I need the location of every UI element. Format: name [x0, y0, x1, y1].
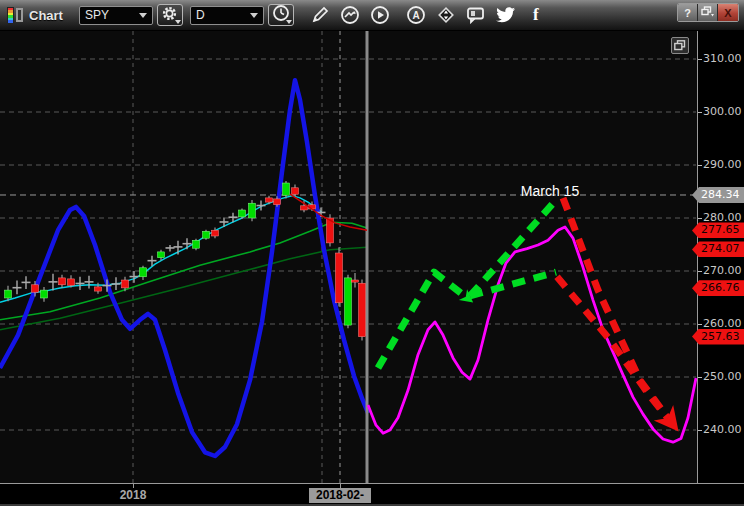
close-button[interactable]: X: [718, 4, 738, 21]
y-axis-tick: [698, 377, 702, 378]
price-tag: 274.07: [692, 241, 744, 257]
trend-arrow-icon: [340, 5, 360, 25]
magenta-forecast: [368, 227, 696, 442]
price-tag: 266.76: [692, 280, 744, 296]
y-axis-tick: [698, 271, 702, 272]
date-axis[interactable]: 20182018-02-05: [0, 483, 744, 506]
trend-tool-button[interactable]: [338, 4, 362, 26]
app-icon: [7, 7, 23, 24]
y-axis-label: 260.00: [703, 317, 742, 330]
text-tool-button[interactable]: A: [404, 4, 428, 26]
chart-area: March 15 310.00300.00290.00280.00270.002…: [0, 31, 744, 483]
y-axis-tick: [698, 59, 702, 60]
annotation-march-15: March 15: [521, 183, 580, 199]
y-axis-label: 290.00: [703, 158, 742, 171]
restore-icon: [701, 6, 714, 19]
symbol-settings-button[interactable]: [157, 4, 183, 26]
letter-a-icon: A: [406, 5, 426, 25]
comments-button[interactable]: [464, 4, 488, 26]
chevron-down-icon: [139, 13, 147, 18]
twitter-share-button[interactable]: [494, 4, 518, 26]
symbol-value: SPY: [85, 8, 139, 22]
svg-text:A: A: [412, 10, 419, 21]
chart-window: Chart SPY D: [0, 0, 744, 506]
replay-button[interactable]: [368, 4, 392, 26]
popout-icon: [674, 37, 686, 55]
chat-bubble-icon: [466, 6, 486, 24]
y-axis-tick: [698, 112, 702, 113]
pencil-icon: [311, 6, 329, 24]
y-axis-label: 300.00: [703, 105, 742, 118]
forecast-up-leg: [378, 272, 466, 368]
titlebar: Chart SPY D: [0, 0, 744, 31]
rainbow-bars-icon: [7, 7, 14, 24]
y-axis-label: 280.00: [703, 211, 742, 224]
chevron-down-icon: [175, 20, 181, 24]
help-button[interactable]: ?: [678, 4, 698, 21]
y-axis-label: 270.00: [703, 264, 742, 277]
price-chart-canvas[interactable]: March 15: [0, 31, 697, 483]
interval-settings-button[interactable]: [268, 4, 294, 26]
chevron-down-icon: [286, 20, 292, 24]
interval-combo[interactable]: D: [190, 6, 264, 25]
popout-button[interactable]: [671, 37, 689, 54]
y-axis-tick: [698, 218, 702, 219]
twitter-icon: [496, 7, 515, 23]
y-axis-tick: [698, 430, 702, 431]
draw-tool-button[interactable]: [308, 4, 332, 26]
x-axis-label: 2018-02-05: [309, 488, 371, 503]
forecast-down-upper: [563, 198, 664, 413]
candles: [5, 181, 366, 341]
symbol-combo[interactable]: SPY: [79, 6, 153, 25]
y-axis-label: 310.00: [703, 52, 742, 65]
interval-value: D: [196, 8, 250, 22]
x-axis-label: 2018: [113, 488, 153, 502]
forecast-up-lower: [470, 272, 556, 296]
play-icon: [370, 5, 390, 25]
facebook-icon: f: [533, 5, 539, 25]
chevron-down-icon: [250, 13, 258, 18]
price-tag: 277.65: [692, 222, 744, 238]
price-tag: 284.34: [692, 187, 744, 203]
price-tag: 257.63: [692, 329, 744, 345]
y-axis-label: 250.00: [703, 370, 742, 383]
y-axis-tick: [698, 324, 702, 325]
restore-button[interactable]: [698, 4, 718, 21]
facebook-share-button[interactable]: f: [524, 4, 548, 26]
window-controls: ? X: [677, 3, 739, 22]
forecast-down-lower: [557, 277, 668, 419]
diamond-arrows-icon: [436, 5, 456, 25]
markers-button[interactable]: [434, 4, 458, 26]
panel-icon: [16, 8, 23, 22]
cycle-blue: [0, 80, 368, 456]
y-axis-label: 240.00: [703, 423, 742, 436]
window-title: Chart: [29, 8, 63, 23]
y-axis-tick: [698, 165, 702, 166]
